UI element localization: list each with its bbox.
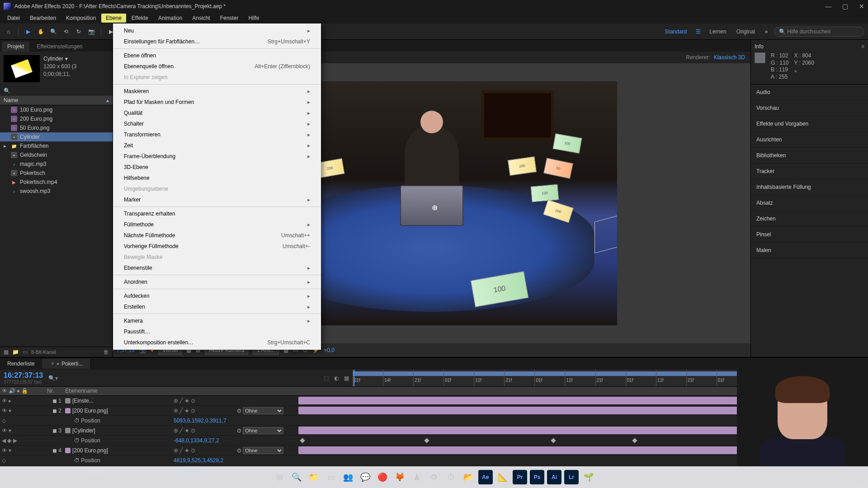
home-icon[interactable]: ⌂ xyxy=(4,27,14,37)
side-panel-zeichen[interactable]: Zeichen xyxy=(751,211,868,227)
taskbar-icon[interactable]: Pr xyxy=(513,470,527,484)
tl-tool2[interactable]: ◐ xyxy=(334,375,339,381)
menu-item[interactable]: Zeit▸ xyxy=(113,140,321,151)
taskbar-icon[interactable]: 📐 xyxy=(495,470,510,484)
ruler-tick[interactable]: 21f xyxy=(504,370,534,386)
menu-item[interactable]: Füllmethode▸ xyxy=(113,219,321,230)
side-panel-audio[interactable]: Audio xyxy=(751,84,868,100)
ruler-tick[interactable]: 11f xyxy=(474,370,504,386)
ruler-tick[interactable]: 11f xyxy=(565,370,595,386)
taskbar-icon[interactable]: 💬 xyxy=(358,470,373,484)
ruler-tick[interactable]: 01f xyxy=(534,370,565,386)
minimize-button[interactable]: — xyxy=(825,3,831,10)
project-item[interactable]: ▪Pokertisch xyxy=(0,169,113,178)
exposure[interactable]: +0,0 xyxy=(324,347,335,353)
menu-item[interactable]: Pausstift… xyxy=(113,326,321,337)
hamburger-icon[interactable]: ☰ xyxy=(693,27,703,37)
menu-item[interactable]: Qualität▸ xyxy=(113,108,321,118)
tab-effekteinstellungen[interactable]: Effekteinstellungen xyxy=(31,42,88,52)
workspace-lernen[interactable]: Lernen xyxy=(706,28,730,36)
menu-item[interactable]: Einstellungen für Farbflächen…Strg+Umsch… xyxy=(113,36,321,47)
bit-depth[interactable]: 8-Bit-Kanal xyxy=(31,349,56,355)
menu-item[interactable]: 3D-Ebene xyxy=(113,162,321,173)
menu-ebene[interactable]: Ebene xyxy=(101,14,126,23)
taskbar-icon[interactable]: 📁 xyxy=(307,470,321,484)
ruler-tick[interactable]: 21f xyxy=(686,370,717,386)
menu-item[interactable]: Unterkomposition erstellen…Strg+Umschalt… xyxy=(113,337,321,348)
menu-item[interactable]: Transparenz erhalten xyxy=(113,208,321,219)
search-input[interactable]: 🔍 Hilfe durchsuchen xyxy=(774,27,864,37)
taskbar-icon[interactable]: 📂 xyxy=(461,470,476,484)
menu-item[interactable]: Neu▸ xyxy=(113,25,321,36)
project-item[interactable]: ▪Geldschein xyxy=(0,150,113,160)
menu-item[interactable]: Schalter▸ xyxy=(113,118,321,129)
folder-icon[interactable]: 📁 xyxy=(12,349,19,355)
taskbar-icon[interactable]: 🔴 xyxy=(375,470,390,484)
rotate-tool[interactable]: ↻ xyxy=(74,27,84,37)
ruler-tick[interactable]: 11f xyxy=(656,370,686,386)
project-item[interactable]: ▫50 Euro.png xyxy=(0,123,113,132)
side-panel-tracker[interactable]: Tracker xyxy=(751,164,868,179)
menu-animation[interactable]: Animation xyxy=(154,14,187,23)
menu-fenster[interactable]: Fenster xyxy=(216,14,243,23)
close-button[interactable]: ✕ xyxy=(859,3,864,10)
side-panel-ausrichten[interactable]: Ausrichten xyxy=(751,132,868,148)
taskbar-icon[interactable]: 🌱 xyxy=(581,470,596,484)
tab-renderliste[interactable]: Renderliste xyxy=(0,359,42,369)
ruler-tick[interactable]: 21f xyxy=(413,370,443,386)
timeline-search-icon[interactable]: 🔍▾ xyxy=(48,375,58,381)
tl-tool3[interactable]: ▦ xyxy=(344,375,349,381)
expand-icon[interactable]: » xyxy=(761,27,771,37)
menu-komposition[interactable]: Komposition xyxy=(61,14,100,23)
taskbar-icon[interactable]: 🦊 xyxy=(392,470,407,484)
taskbar-icon[interactable]: Ai xyxy=(547,470,561,484)
menu-item[interactable]: Pfad für Masken und Formen▸ xyxy=(113,97,321,108)
menu-item[interactable]: Vorherige FüllmethodeUmschalt+- xyxy=(113,241,321,252)
panel-menu-icon[interactable]: ≡ xyxy=(861,43,864,50)
project-item[interactable]: ♪swoosh.mp3 xyxy=(0,187,113,196)
menu-hilfe[interactable]: Hilfe xyxy=(244,14,264,23)
taskbar-icon[interactable]: ⏱ xyxy=(444,470,458,484)
taskbar-icon[interactable]: Ae xyxy=(478,470,493,484)
taskbar-icon[interactable]: ⊞ xyxy=(272,470,287,484)
side-panel-inhaltsbasierte-füllung[interactable]: Inhaltsbasierte Füllung xyxy=(751,179,868,195)
eye-col-icon[interactable]: 👁 xyxy=(2,388,7,394)
menu-item[interactable]: Hilfsebene xyxy=(113,173,321,183)
maximize-button[interactable]: ▢ xyxy=(842,3,848,10)
project-list-header[interactable]: Name▴ xyxy=(0,96,113,105)
ruler-tick[interactable]: 21f xyxy=(595,370,626,386)
side-panel-bibliotheken[interactable]: Bibliotheken xyxy=(751,148,868,164)
project-item[interactable]: ▫200 Euro.png xyxy=(0,114,113,123)
menu-ansicht[interactable]: Ansicht xyxy=(188,14,214,23)
camera-tool[interactable]: 📷 xyxy=(86,27,96,37)
ruler-tick[interactable]: 01f xyxy=(626,370,656,386)
interpret-icon[interactable]: ▦ xyxy=(4,349,9,355)
menu-item[interactable]: Frame-Überblendung▸ xyxy=(113,151,321,162)
side-panel-absatz[interactable]: Absatz xyxy=(751,195,868,211)
current-time[interactable]: 16:27:37:13 xyxy=(4,371,43,380)
menu-item[interactable]: Ebenenquelle öffnenAlt+Enter (Ziffernblo… xyxy=(113,61,321,72)
menu-datei[interactable]: Datei xyxy=(3,14,24,23)
side-panel-malen[interactable]: Malen xyxy=(751,243,868,258)
taskbar-icon[interactable]: Ps xyxy=(530,470,544,484)
taskbar-icon[interactable]: 👥 xyxy=(341,470,355,484)
project-item[interactable]: ▸📁Farbflächen xyxy=(0,141,113,150)
menu-item[interactable]: Kamera▸ xyxy=(113,315,321,326)
new-icon[interactable]: ▭ xyxy=(23,349,28,355)
menu-bearbeiten[interactable]: Bearbeiten xyxy=(25,14,61,23)
menu-item[interactable]: Maskieren▸ xyxy=(113,86,321,97)
menu-effekte[interactable]: Effekte xyxy=(127,14,153,23)
project-item[interactable]: ▫100 Euro.png xyxy=(0,105,113,114)
tab-projekt[interactable]: Projekt xyxy=(2,42,29,52)
menu-item[interactable]: Transformieren▸ xyxy=(113,129,321,140)
project-item[interactable]: ▪Cylinder xyxy=(0,132,113,141)
zoom-tool[interactable]: 🔍 xyxy=(48,27,58,37)
ruler-tick[interactable]: 01f xyxy=(443,370,474,386)
tl-tool1[interactable]: ⬚ xyxy=(324,375,329,381)
taskbar-icon[interactable]: Lr xyxy=(564,470,579,484)
menu-item[interactable]: Erstellen▸ xyxy=(113,301,321,312)
tab-comp-timeline[interactable]: ×▪ Pokerti... xyxy=(42,359,90,369)
menu-item[interactable]: Aufdecken▸ xyxy=(113,291,321,301)
taskbar-icon[interactable]: ♟ xyxy=(410,470,424,484)
ruler-tick[interactable]: 14f xyxy=(383,370,413,386)
